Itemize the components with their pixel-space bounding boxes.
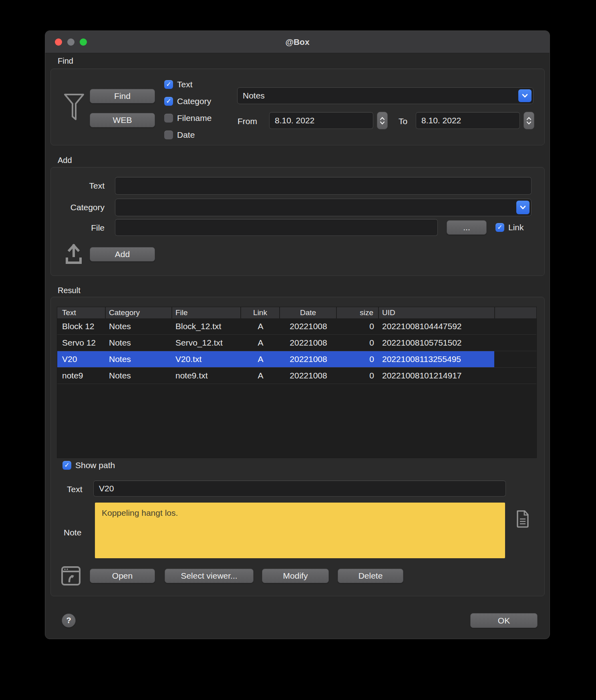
checkbox-box: ✓ (62, 461, 71, 470)
to-date-field[interactable]: 8.10. 2022 (416, 112, 520, 129)
result-section-label: Result (58, 286, 81, 295)
result-table-header: TextCategoryFileLinkDatesizeUID (57, 307, 536, 318)
find-checkbox-text[interactable]: ✓Text (164, 76, 211, 93)
close-icon[interactable] (55, 38, 62, 46)
table-cell: 0 (337, 335, 379, 351)
web-button[interactable]: WEB (90, 113, 155, 127)
table-cell: V20 (57, 351, 106, 367)
column-header-text[interactable]: Text (57, 307, 105, 318)
add-file-input[interactable] (115, 219, 438, 236)
table-cell-filler (495, 318, 536, 334)
note-textarea[interactable]: Koppeling hangt los. (95, 503, 505, 558)
filter-icon (63, 91, 85, 123)
checkbox-box: ✓ (164, 80, 173, 89)
table-cell: A (241, 335, 280, 351)
from-stepper[interactable] (377, 112, 388, 129)
from-date-field[interactable]: 8.10. 2022 (269, 112, 373, 129)
chevron-down-icon[interactable] (516, 201, 530, 214)
open-button[interactable]: Open (90, 569, 155, 583)
table-cell: 20221008101214917 (379, 368, 495, 384)
note-label: Note (64, 528, 81, 537)
show-path-label: Show path (75, 461, 115, 470)
table-cell-filler (495, 351, 536, 367)
table-cell: 20221008105751502 (379, 335, 495, 351)
column-header-file[interactable]: File (172, 307, 240, 318)
table-cell: 20221008 (280, 351, 337, 367)
find-checkbox-date[interactable]: Date (164, 127, 211, 143)
table-cell: 20221008113255495 (379, 351, 495, 367)
table-row[interactable]: note9Notesnote9.txtA20221008020221008101… (57, 368, 536, 384)
table-cell: 20221008 (280, 335, 337, 351)
find-button[interactable]: Find (90, 89, 155, 103)
table-cell: 0 (337, 318, 379, 334)
table-cell: Servo_12.txt (172, 335, 241, 351)
show-path-checkbox[interactable]: ✓ Show path (62, 461, 115, 470)
result-table: TextCategoryFileLinkDatesizeUID Block 12… (57, 307, 537, 458)
checkbox-box: ✓ (164, 97, 173, 106)
chevron-down-icon[interactable] (518, 89, 532, 102)
browse-button[interactable]: ... (447, 220, 487, 235)
column-header-date[interactable]: Date (280, 307, 336, 318)
to-stepper[interactable] (524, 112, 534, 129)
checkbox-label: Date (177, 130, 195, 140)
add-group: Text Category File ... ✓ Link Add (50, 167, 545, 276)
minimize-icon[interactable] (67, 38, 74, 46)
column-header-size[interactable]: size (337, 307, 378, 318)
find-category-select[interactable]: Notes (237, 87, 534, 104)
table-cell: A (241, 351, 280, 367)
select-viewer-button[interactable]: Select viewer... (165, 569, 254, 583)
find-checkboxes: ✓Text✓CategoryFilenameDate (164, 76, 211, 143)
delete-button[interactable]: Delete (338, 569, 403, 583)
find-section-label: Find (58, 56, 73, 66)
add-category-label: Category (56, 203, 105, 212)
checkbox-label: Text (177, 80, 193, 89)
checkbox-label: Filename (177, 113, 211, 123)
window-title: @Box (45, 31, 550, 53)
column-header-uid[interactable]: UID (379, 307, 494, 318)
checkbox-label: Category (177, 97, 211, 106)
find-category-value: Notes (243, 88, 265, 104)
table-row[interactable]: V20NotesV20.txtA202210080202210081132554… (57, 351, 536, 368)
modify-button[interactable]: Modify (262, 569, 329, 583)
find-group: Find WEB ✓Text✓CategoryFilenameDate Note… (50, 68, 545, 145)
table-cell: 20221008104447592 (379, 318, 495, 334)
to-date-value: 8.10. 2022 (421, 116, 461, 125)
title-bar: @Box (45, 31, 550, 53)
table-cell-filler (495, 335, 536, 351)
table-cell: Notes (106, 368, 172, 384)
add-text-label: Text (56, 181, 105, 191)
checkbox-box (164, 131, 173, 139)
table-cell: note9.txt (172, 368, 241, 384)
to-label: To (399, 117, 407, 126)
link-label: Link (508, 223, 524, 232)
result-text-label: Text (67, 485, 83, 494)
from-date-value: 8.10. 2022 (275, 116, 314, 125)
table-cell: 20221008 (280, 368, 337, 384)
result-text-input[interactable]: V20 (93, 481, 506, 497)
link-checkbox[interactable]: ✓ Link (495, 223, 524, 232)
result-table-body: Block 12NotesBlock_12.txtA20221008020221… (57, 318, 536, 384)
column-header-filler (495, 307, 536, 318)
document-icon[interactable] (515, 509, 530, 529)
table-row[interactable]: Block 12NotesBlock_12.txtA20221008020221… (57, 318, 536, 335)
maximize-icon[interactable] (80, 38, 87, 46)
box-window: @Box Find Find WEB ✓Text✓CategoryFilenam… (45, 30, 550, 639)
table-cell: A (241, 368, 280, 384)
open-window-icon (60, 565, 81, 586)
add-button[interactable]: Add (90, 247, 155, 261)
add-category-select[interactable] (115, 199, 532, 216)
find-checkbox-category[interactable]: ✓Category (164, 93, 211, 110)
table-cell: 20221008 (280, 318, 337, 334)
help-button[interactable]: ? (62, 614, 76, 628)
upload-icon (64, 243, 84, 265)
table-cell: Block 12 (57, 318, 106, 334)
find-checkbox-filename[interactable]: Filename (164, 110, 211, 127)
checkbox-box (164, 114, 173, 123)
table-row[interactable]: Servo 12NotesServo_12.txtA20221008020221… (57, 335, 536, 351)
column-header-category[interactable]: Category (106, 307, 171, 318)
column-header-link[interactable]: Link (241, 307, 279, 318)
add-text-input[interactable] (115, 177, 532, 195)
ok-button[interactable]: OK (470, 613, 538, 628)
table-cell: Notes (106, 351, 172, 367)
table-cell: Block_12.txt (172, 318, 241, 334)
